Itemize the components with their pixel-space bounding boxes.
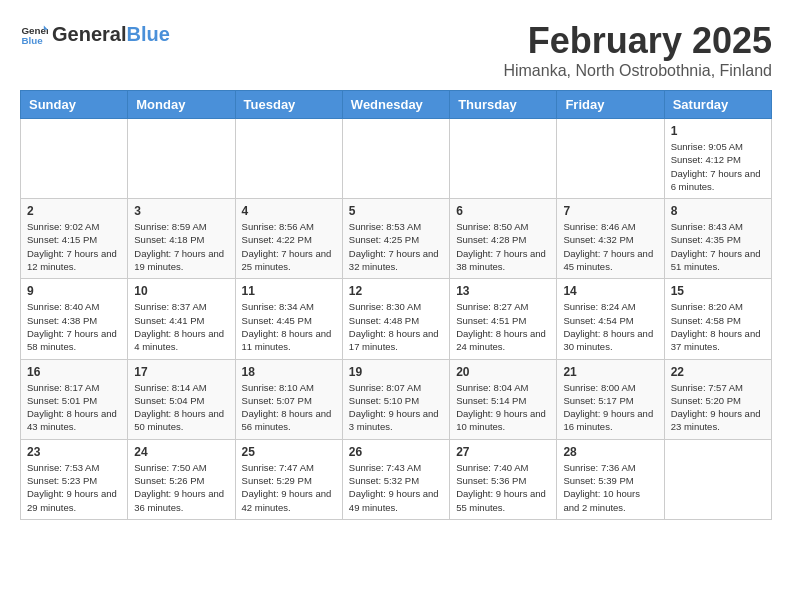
day-number: 28: [563, 445, 657, 459]
day-info: Sunrise: 8:30 AM Sunset: 4:48 PM Dayligh…: [349, 300, 443, 353]
day-number: 24: [134, 445, 228, 459]
day-info: Sunrise: 8:40 AM Sunset: 4:38 PM Dayligh…: [27, 300, 121, 353]
day-number: 1: [671, 124, 765, 138]
day-info: Sunrise: 8:10 AM Sunset: 5:07 PM Dayligh…: [242, 381, 336, 434]
day-number: 18: [242, 365, 336, 379]
day-number: 25: [242, 445, 336, 459]
calendar-week-row: 2Sunrise: 9:02 AM Sunset: 4:15 PM Daylig…: [21, 199, 772, 279]
calendar-cell: 11Sunrise: 8:34 AM Sunset: 4:45 PM Dayli…: [235, 279, 342, 359]
logo-general: General: [52, 23, 126, 45]
calendar-cell: 24Sunrise: 7:50 AM Sunset: 5:26 PM Dayli…: [128, 439, 235, 519]
calendar-cell: 23Sunrise: 7:53 AM Sunset: 5:23 PM Dayli…: [21, 439, 128, 519]
weekday-header-thursday: Thursday: [450, 91, 557, 119]
day-number: 8: [671, 204, 765, 218]
day-number: 27: [456, 445, 550, 459]
day-info: Sunrise: 8:43 AM Sunset: 4:35 PM Dayligh…: [671, 220, 765, 273]
calendar-week-row: 1Sunrise: 9:05 AM Sunset: 4:12 PM Daylig…: [21, 119, 772, 199]
day-number: 26: [349, 445, 443, 459]
calendar-week-row: 9Sunrise: 8:40 AM Sunset: 4:38 PM Daylig…: [21, 279, 772, 359]
day-number: 23: [27, 445, 121, 459]
day-number: 16: [27, 365, 121, 379]
day-info: Sunrise: 8:46 AM Sunset: 4:32 PM Dayligh…: [563, 220, 657, 273]
calendar-cell: 27Sunrise: 7:40 AM Sunset: 5:36 PM Dayli…: [450, 439, 557, 519]
weekday-header-monday: Monday: [128, 91, 235, 119]
calendar-cell: 21Sunrise: 8:00 AM Sunset: 5:17 PM Dayli…: [557, 359, 664, 439]
day-number: 6: [456, 204, 550, 218]
calendar-cell: 26Sunrise: 7:43 AM Sunset: 5:32 PM Dayli…: [342, 439, 449, 519]
calendar-cell: [450, 119, 557, 199]
calendar-cell: 4Sunrise: 8:56 AM Sunset: 4:22 PM Daylig…: [235, 199, 342, 279]
calendar-cell: 9Sunrise: 8:40 AM Sunset: 4:38 PM Daylig…: [21, 279, 128, 359]
calendar-cell: 7Sunrise: 8:46 AM Sunset: 4:32 PM Daylig…: [557, 199, 664, 279]
calendar-cell: 14Sunrise: 8:24 AM Sunset: 4:54 PM Dayli…: [557, 279, 664, 359]
day-info: Sunrise: 8:59 AM Sunset: 4:18 PM Dayligh…: [134, 220, 228, 273]
day-number: 21: [563, 365, 657, 379]
day-number: 13: [456, 284, 550, 298]
day-info: Sunrise: 7:36 AM Sunset: 5:39 PM Dayligh…: [563, 461, 657, 514]
calendar-cell: 16Sunrise: 8:17 AM Sunset: 5:01 PM Dayli…: [21, 359, 128, 439]
day-number: 4: [242, 204, 336, 218]
day-info: Sunrise: 7:50 AM Sunset: 5:26 PM Dayligh…: [134, 461, 228, 514]
calendar-cell: [342, 119, 449, 199]
calendar-cell: 12Sunrise: 8:30 AM Sunset: 4:48 PM Dayli…: [342, 279, 449, 359]
location-subtitle: Himanka, North Ostrobothnia, Finland: [503, 62, 772, 80]
day-number: 5: [349, 204, 443, 218]
day-number: 3: [134, 204, 228, 218]
day-info: Sunrise: 9:02 AM Sunset: 4:15 PM Dayligh…: [27, 220, 121, 273]
day-info: Sunrise: 8:27 AM Sunset: 4:51 PM Dayligh…: [456, 300, 550, 353]
day-number: 12: [349, 284, 443, 298]
day-info: Sunrise: 7:53 AM Sunset: 5:23 PM Dayligh…: [27, 461, 121, 514]
day-number: 7: [563, 204, 657, 218]
weekday-header-saturday: Saturday: [664, 91, 771, 119]
day-number: 20: [456, 365, 550, 379]
day-info: Sunrise: 8:20 AM Sunset: 4:58 PM Dayligh…: [671, 300, 765, 353]
day-number: 17: [134, 365, 228, 379]
day-info: Sunrise: 7:57 AM Sunset: 5:20 PM Dayligh…: [671, 381, 765, 434]
day-number: 15: [671, 284, 765, 298]
calendar-cell: [664, 439, 771, 519]
calendar-cell: [21, 119, 128, 199]
calendar-cell: 15Sunrise: 8:20 AM Sunset: 4:58 PM Dayli…: [664, 279, 771, 359]
calendar-cell: [235, 119, 342, 199]
calendar-cell: [128, 119, 235, 199]
logo: General Blue GeneralBlue: [20, 20, 170, 48]
svg-text:Blue: Blue: [21, 35, 43, 46]
day-info: Sunrise: 8:37 AM Sunset: 4:41 PM Dayligh…: [134, 300, 228, 353]
calendar-week-row: 23Sunrise: 7:53 AM Sunset: 5:23 PM Dayli…: [21, 439, 772, 519]
header: General Blue GeneralBlue February 2025 H…: [20, 20, 772, 80]
calendar-cell: 8Sunrise: 8:43 AM Sunset: 4:35 PM Daylig…: [664, 199, 771, 279]
day-info: Sunrise: 8:17 AM Sunset: 5:01 PM Dayligh…: [27, 381, 121, 434]
calendar-cell: 25Sunrise: 7:47 AM Sunset: 5:29 PM Dayli…: [235, 439, 342, 519]
calendar-week-row: 16Sunrise: 8:17 AM Sunset: 5:01 PM Dayli…: [21, 359, 772, 439]
title-area: February 2025 Himanka, North Ostrobothni…: [503, 20, 772, 80]
day-info: Sunrise: 8:34 AM Sunset: 4:45 PM Dayligh…: [242, 300, 336, 353]
calendar-cell: 5Sunrise: 8:53 AM Sunset: 4:25 PM Daylig…: [342, 199, 449, 279]
day-number: 10: [134, 284, 228, 298]
day-info: Sunrise: 7:40 AM Sunset: 5:36 PM Dayligh…: [456, 461, 550, 514]
day-number: 9: [27, 284, 121, 298]
calendar-cell: 19Sunrise: 8:07 AM Sunset: 5:10 PM Dayli…: [342, 359, 449, 439]
calendar-cell: 1Sunrise: 9:05 AM Sunset: 4:12 PM Daylig…: [664, 119, 771, 199]
calendar-table: SundayMondayTuesdayWednesdayThursdayFrid…: [20, 90, 772, 520]
weekday-header-row: SundayMondayTuesdayWednesdayThursdayFrid…: [21, 91, 772, 119]
day-info: Sunrise: 8:04 AM Sunset: 5:14 PM Dayligh…: [456, 381, 550, 434]
weekday-header-sunday: Sunday: [21, 91, 128, 119]
calendar-cell: 2Sunrise: 9:02 AM Sunset: 4:15 PM Daylig…: [21, 199, 128, 279]
day-info: Sunrise: 8:56 AM Sunset: 4:22 PM Dayligh…: [242, 220, 336, 273]
weekday-header-tuesday: Tuesday: [235, 91, 342, 119]
logo-blue: Blue: [126, 23, 169, 45]
day-info: Sunrise: 8:00 AM Sunset: 5:17 PM Dayligh…: [563, 381, 657, 434]
day-info: Sunrise: 8:14 AM Sunset: 5:04 PM Dayligh…: [134, 381, 228, 434]
calendar-cell: 6Sunrise: 8:50 AM Sunset: 4:28 PM Daylig…: [450, 199, 557, 279]
weekday-header-friday: Friday: [557, 91, 664, 119]
day-info: Sunrise: 7:43 AM Sunset: 5:32 PM Dayligh…: [349, 461, 443, 514]
day-number: 11: [242, 284, 336, 298]
day-number: 2: [27, 204, 121, 218]
calendar-cell: [557, 119, 664, 199]
weekday-header-wednesday: Wednesday: [342, 91, 449, 119]
calendar-cell: 20Sunrise: 8:04 AM Sunset: 5:14 PM Dayli…: [450, 359, 557, 439]
day-number: 22: [671, 365, 765, 379]
day-number: 19: [349, 365, 443, 379]
calendar-cell: 17Sunrise: 8:14 AM Sunset: 5:04 PM Dayli…: [128, 359, 235, 439]
calendar-cell: 13Sunrise: 8:27 AM Sunset: 4:51 PM Dayli…: [450, 279, 557, 359]
